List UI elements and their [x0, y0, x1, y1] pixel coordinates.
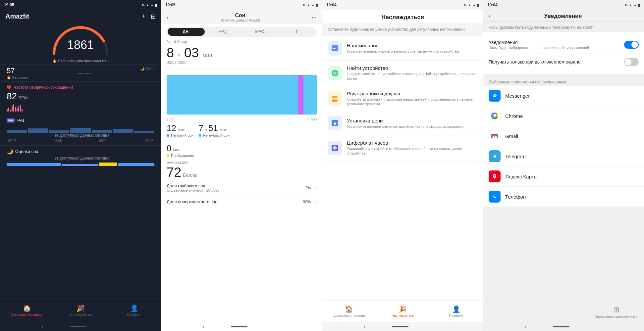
app-list: Messenger Chrome	[483, 86, 644, 207]
messenger-name: Messenger	[505, 93, 530, 99]
app-item-yandex-maps[interactable]: Яндекс.Карты	[483, 166, 644, 187]
tab-week[interactable]: НЕД.	[205, 28, 242, 36]
status-time-3: 19:04	[326, 3, 337, 7]
list-item-family[interactable]: Родственники и друзья Следите за данными…	[322, 86, 483, 112]
calories-stat[interactable]: 57 🔥 Калории ›	[7, 67, 29, 79]
back-btn-1[interactable]: ‹	[41, 323, 43, 329]
notifications-toggle-section: Уведомления Часы будут вибрировать при п…	[483, 32, 644, 74]
app-item-chrome[interactable]: Chrome	[483, 106, 644, 126]
manage-label: Управление приложениями	[595, 315, 637, 318]
chevron-right-calories: ›	[28, 76, 29, 79]
notifications-header: ‹ Уведомления	[483, 10, 644, 22]
p3-nav-home[interactable]: 🏠 Домашняя страница	[322, 301, 376, 322]
sleep-hours: 8	[167, 45, 174, 60]
back-btn-4[interactable]: ‹	[525, 324, 526, 330]
notification-icon: ⊖	[142, 3, 144, 7]
add-icon[interactable]: +	[142, 13, 145, 20]
heart-bar	[17, 108, 18, 112]
tab-day[interactable]: ДН.	[168, 28, 205, 36]
sleep-subtitle: Источник данных: Amazfit	[220, 19, 260, 22]
p3-nav-enjoy[interactable]: 🎉 Наслаждаться	[376, 301, 430, 322]
notifications-back-btn[interactable]: ‹	[489, 13, 491, 20]
back-btn-2[interactable]: ‹	[203, 324, 204, 330]
home-pill-3[interactable]	[392, 326, 408, 327]
wifi-icon-3: ▲	[468, 3, 471, 7]
signal-icon: ▲	[150, 3, 154, 7]
p3-profile-icon: 👤	[452, 305, 460, 313]
app-item-telegram[interactable]: Telegram	[483, 146, 644, 166]
tab-month[interactable]: МЕС.	[242, 28, 279, 36]
status-bar-1: 19:05 ⊖ ▲ ▲ ▮	[0, 0, 161, 10]
bottom-nav-1: 🏠 Домашняя страница 🎉 Наслаждаться 👤 Про…	[0, 299, 161, 322]
manage-apps-btn[interactable]: ⊞ Управление приложениями	[595, 306, 637, 318]
signal-icon-3: ▲	[472, 3, 476, 7]
nav-home[interactable]: 🏠 Домашняя страница	[0, 302, 54, 319]
goal-text: Установка цели Установите целевое значен…	[347, 118, 478, 129]
p3-profile-label: Профиль	[449, 314, 463, 317]
score-value: 72	[167, 165, 182, 179]
enjoy-list: Напоминание Установите напоминание о важ…	[322, 36, 483, 300]
list-item-reminder[interactable]: Напоминание Установите напоминание о важ…	[322, 36, 483, 61]
find-device-text: Найти устройство Найдите своё умное устр…	[347, 65, 478, 81]
grid-icon[interactable]: ⊞	[151, 13, 156, 20]
stats-row: 57 🔥 Калории › — — 🌙 Сон ›	[0, 64, 161, 81]
tab-year[interactable]: Г	[279, 28, 316, 36]
steps-ring-svg: 1861	[47, 24, 114, 57]
watchface-icon	[328, 141, 342, 155]
home-pill-4[interactable]	[553, 326, 569, 327]
heart-bar	[8, 108, 9, 112]
nav-bar-3: ‹	[322, 322, 483, 331]
nav-bar-4: ‹	[483, 322, 644, 331]
nav-bar-2: ‹	[161, 322, 322, 331]
heart-chart	[7, 103, 154, 113]
notifications-toggle[interactable]	[624, 41, 639, 49]
pai-no-data: Нет доступных данных сегодня	[7, 133, 154, 138]
gmail-name: Gmail	[505, 133, 518, 139]
steps-subtitle[interactable]: 🔥 6139 шаги для прохождения ›	[52, 59, 109, 63]
nav-enjoy[interactable]: 🎉 Наслаждаться	[54, 302, 107, 319]
sleep-more-btn[interactable]: ···	[312, 14, 317, 21]
sleep-rating-chart	[7, 162, 154, 166]
enjoy-header: Наслаждаться	[322, 10, 483, 24]
home-pill-2[interactable]	[231, 326, 247, 327]
nav-bar-1: ‹	[0, 322, 161, 331]
app-item-phone[interactable]: Телефон	[483, 187, 644, 207]
notifications-toggle-row: Уведомления Часы будут вибрировать при п…	[489, 36, 639, 54]
notif-icon-3: ⊖	[464, 3, 466, 7]
list-item-goal[interactable]: Установка цели Установите целевое значен…	[322, 111, 483, 135]
p3-nav-profile[interactable]: 👤 Профиль	[429, 301, 483, 322]
deep-pct-row[interactable]: Доля глубокого сна Справочные значения: …	[167, 180, 317, 196]
notifications-title: Уведомления	[494, 13, 632, 20]
signal-icon-2: ▲	[311, 3, 315, 7]
sleep-stat[interactable]: 🌙 Сон ›	[140, 67, 154, 79]
home-pill-1[interactable]	[70, 326, 86, 327]
app-item-messenger[interactable]: Messenger	[483, 86, 644, 106]
screen-off-toggle[interactable]	[624, 58, 639, 66]
enjoy-nav-icon: 🎉	[77, 304, 85, 312]
panel-sleep: 19:05 ⊖ ▲ ▲ ▮ ‹ Сон Источник данных: Ama…	[161, 0, 322, 331]
sleep-chart-bg	[167, 75, 317, 115]
sleep-chart-times: 23:37 07:40	[167, 118, 317, 121]
wifi-icon-2: ▲	[307, 3, 310, 7]
fire-icon: 🔥	[52, 59, 57, 63]
sleep-back-btn[interactable]: ‹	[167, 14, 169, 21]
nav-profile[interactable]: 👤 Профиль	[107, 302, 161, 319]
back-btn-3[interactable]: ‹	[364, 324, 365, 330]
light-pct-row[interactable]: Доля поверхностного сна 98% ↓ ›	[167, 196, 317, 208]
list-item-find-device[interactable]: Найти устройство Найдите своё умное устр…	[322, 61, 483, 86]
list-item-watchface[interactable]: Циферблат часов Управляйте и настройте о…	[322, 135, 483, 161]
flame-icon: 🔥	[7, 75, 11, 79]
sleep-date: 03.07.2020	[167, 60, 317, 65]
pai-badge: PAI	[7, 118, 15, 122]
app-item-gmail[interactable]: Gmail	[483, 126, 644, 146]
deep-pct-text: Доля глубокого сна Справочные значения: …	[167, 183, 219, 192]
status-time-2: 19:05	[165, 3, 176, 7]
heart-bar	[13, 104, 14, 112]
nav-home-label: Домашняя страница	[11, 313, 42, 317]
score-unit: Баллы	[183, 172, 197, 178]
messenger-icon	[489, 90, 501, 102]
heart-bar	[10, 110, 11, 112]
pai-dates: 08/06 08/08 08/10 08/12	[7, 139, 154, 143]
sleep-chart-purple	[298, 75, 303, 115]
heart-bar	[20, 105, 21, 112]
